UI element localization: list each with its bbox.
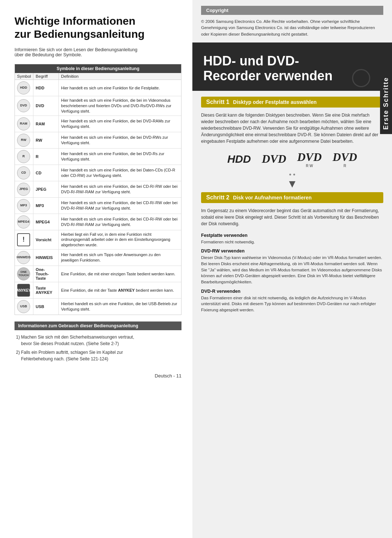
- definition-cell: Eine Funktion, die mit einer einzigen Ta…: [59, 266, 181, 282]
- sym-icon: DVD: [17, 99, 30, 112]
- symbol-cell: HDD: [15, 80, 33, 96]
- symbol-cell: RAM: [15, 116, 33, 132]
- definition-cell: Hier handelt es sich um eine Funktion, d…: [59, 148, 181, 165]
- symbol-cell: MPEG4: [15, 214, 33, 230]
- side-label: Erste Schritte: [380, 73, 392, 134]
- definition-cell: Hier handelt es sich um eine Funktion, d…: [59, 96, 181, 116]
- step1-header: Schritt 1 Disktyp oder Festplatte auswäh…: [201, 97, 383, 108]
- begriff-cell: JPEG: [33, 181, 59, 197]
- step1-number: Schritt 1: [206, 99, 229, 105]
- table-row: RWRWHier handelt es sich um eine Funktio…: [15, 132, 181, 148]
- subsection-body: Dieser Disk-Typ kann wahlweise im Videom…: [201, 255, 383, 285]
- begriff-cell: DVD: [33, 96, 59, 116]
- copyright-body: © 2006 Samsung Electronics Co. Alle Rech…: [201, 19, 383, 37]
- step1-title: Disktyp oder Festplatte auswählen: [233, 99, 317, 105]
- table-row: USBUSBHierbei handelt es sich um eine Fu…: [15, 299, 181, 315]
- left-column: Wichtige Informationenzur Bedienungsanle…: [0, 0, 192, 538]
- sym-icon: HDD: [17, 81, 30, 94]
- definition-cell: Hier handelt es sich um eine Funktion, d…: [59, 197, 181, 214]
- symbol-cell: !: [15, 230, 33, 250]
- definition-cell: Hier handelt es sich um eine Funktion, d…: [59, 132, 181, 148]
- table-row: RRHier handelt es sich um eine Funktion,…: [15, 148, 181, 165]
- table-row: CDCDHier handelt es sich um eine Funktio…: [15, 165, 181, 181]
- sym-icon: CD: [17, 166, 30, 179]
- begriff-cell: Vorsicht: [33, 230, 59, 250]
- definition-cell: Hier handelt es sich um Tipps oder Anwei…: [59, 250, 181, 266]
- dot1: [289, 174, 291, 175]
- begriff-cell: One-Touch-Taste: [33, 266, 59, 282]
- col-begriff: Begriff: [33, 73, 59, 80]
- definition-cell: Hier handelt es sich um eine Funktion fü…: [59, 80, 181, 96]
- disk-icon-hdd: HDD: [227, 153, 251, 165]
- sym-icon: ANYKEY: [17, 284, 30, 297]
- col-symbol: Symbol: [15, 73, 33, 80]
- definition-cell: Hierbei handelt es sich um eine Funktion…: [59, 299, 181, 315]
- begriff-cell: TasteANYKEY: [33, 282, 59, 299]
- info-section-header: Informationen zum Gebrauch dieser Bedien…: [15, 321, 181, 330]
- table-row: ONETOUCHOne-Touch-TasteEine Funktion, di…: [15, 266, 181, 282]
- definition-cell: Hierbei liegt ein Fall vor, in dem eine …: [59, 230, 181, 250]
- dvd-logo-plain: DVD: [262, 152, 286, 166]
- table-row: HINWEISHINWEISHier handelt es sich um Ti…: [15, 250, 181, 266]
- col-definition: Definition: [59, 73, 181, 80]
- disk-icon-dvd1: DVD: [262, 152, 286, 166]
- symbol-cell: R: [15, 148, 33, 165]
- subsection-body: Formatieren nicht notwendig.: [201, 239, 383, 245]
- subsection-body: Das Formatieren einer disk ist nicht not…: [201, 295, 383, 313]
- dots-line: [201, 174, 383, 175]
- definition-cell: Eine Funktion, die mit der Taste ANYKEY …: [59, 282, 181, 299]
- sym-icon: MP3: [17, 199, 30, 212]
- begriff-cell: RAM: [33, 116, 59, 132]
- step2-header: Schritt 2 Disk vor Aufnahmen formatieren: [201, 192, 383, 203]
- symbol-cell: DVD: [15, 96, 33, 116]
- table-row: JPEGJPEGHier handelt es sich um eine Fun…: [15, 181, 181, 197]
- right-column: Copyright © 2006 Samsung Electronics Co.…: [192, 0, 392, 538]
- table-row: HDDHDDHier handelt es sich um eine Funkt…: [15, 80, 181, 96]
- begriff-cell: MPEG4: [33, 214, 59, 230]
- right-top-section: HDD- und DVD-Recorder verwenden: [192, 43, 392, 91]
- table-row: DVDDVDHier handelt es sich um eine Funkt…: [15, 96, 181, 116]
- table-row: MP3MP3Hier handelt es sich um eine Funkt…: [15, 197, 181, 214]
- sym-icon: R: [17, 150, 30, 163]
- subsection-title: DVD-R verwenden: [201, 289, 383, 294]
- sym-icon: !: [17, 233, 30, 246]
- dvd-logo-r: DVD: [332, 150, 357, 164]
- list-item: 2) Falls ein Problem auftritt, schlagen …: [16, 349, 181, 362]
- sym-icon: ONETOUCH: [17, 267, 30, 280]
- step1-body: Dieses Gerät kann die folgenden Disktype…: [201, 112, 383, 145]
- dvd-logo-rw: DVD: [297, 150, 322, 164]
- step2-body: Im Gegensatz zu einem Videorecorder begi…: [201, 207, 383, 227]
- page-title: Wichtige Informationenzur Bedienungsanle…: [15, 15, 181, 41]
- arrow-down: ▼: [201, 178, 383, 190]
- sym-icon: RAM: [17, 117, 30, 130]
- begriff-cell: CD: [33, 165, 59, 181]
- symbol-cell: RW: [15, 132, 33, 148]
- sym-icon: RW: [17, 134, 30, 147]
- subsection-title: Festplatte verwenden: [201, 233, 383, 238]
- right-content: Schritt 1 Disktyp oder Festplatte auswäh…: [192, 91, 392, 538]
- symbol-cell: HINWEIS: [15, 250, 33, 266]
- copyright-header: Copyright: [201, 6, 383, 15]
- subsection-title: DVD-RW verwenden: [201, 248, 383, 254]
- sym-icon: USB: [17, 300, 30, 313]
- table-row: MPEG4MPEG4Hier handelt es sich um eine F…: [15, 214, 181, 230]
- intro-text: Informieren Sie sich vor dem Lesen der B…: [15, 47, 181, 57]
- begriff-cell: USB: [33, 299, 59, 315]
- page-footer: Deutsch - 11: [15, 373, 181, 379]
- step2-number: Schritt 2: [206, 194, 229, 201]
- disk-sub-r: R: [343, 164, 346, 168]
- begriff-cell: MP3: [33, 197, 59, 214]
- definition-cell: Hier handelt es sich um eine Funktion, d…: [59, 181, 181, 197]
- step2-title: Disk vor Aufnahmen formatieren: [233, 195, 312, 201]
- sym-icon: MPEG4: [17, 215, 30, 228]
- info-list: 1) Machen Sie sich mit den Sicherheitsan…: [15, 334, 181, 362]
- symbol-cell: USB: [15, 299, 33, 315]
- symbol-cell: JPEG: [15, 181, 33, 197]
- sym-icon: HINWEIS: [17, 251, 30, 264]
- table-section-header: Symbole in dieser Bedienungsanleitung: [15, 64, 181, 73]
- begriff-cell: HDD: [33, 80, 59, 96]
- table-row: RAMRAMHier handelt es sich um eine Funkt…: [15, 116, 181, 132]
- symbol-cell: ANYKEY: [15, 282, 33, 299]
- symbol-cell: MP3: [15, 197, 33, 214]
- begriff-cell: RW: [33, 132, 59, 148]
